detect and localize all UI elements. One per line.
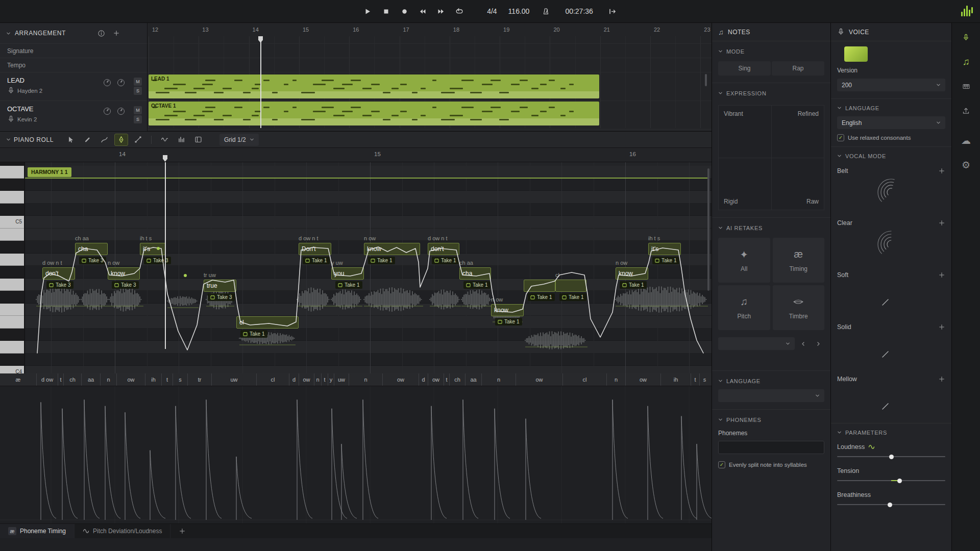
note-don-t[interactable]: Don't xyxy=(299,243,331,255)
note-know[interactable]: know xyxy=(108,267,140,280)
volume-knob[interactable] xyxy=(117,108,125,115)
clip-octave-1[interactable]: OCTAVE 1 xyxy=(149,102,599,126)
phoneme-cell[interactable]: tr xyxy=(187,373,211,386)
solid-knob[interactable] xyxy=(876,334,906,365)
piano-key[interactable] xyxy=(0,166,24,179)
follow-playhead-icon[interactable] xyxy=(607,6,618,16)
breathiness-slider[interactable] xyxy=(837,501,945,508)
mute-button[interactable]: M xyxy=(134,106,142,114)
phoneme-cell[interactable]: ch xyxy=(63,373,81,386)
fast-forward-button[interactable] xyxy=(436,6,446,16)
pan-knob[interactable] xyxy=(104,108,111,115)
piano-key[interactable] xyxy=(0,266,24,279)
scrollbar[interactable] xyxy=(705,74,707,86)
chevron-down-icon[interactable] xyxy=(718,91,723,95)
stop-button[interactable] xyxy=(381,6,391,16)
add-belt-button[interactable] xyxy=(938,167,945,174)
phoneme-cell[interactable]: s xyxy=(173,373,187,386)
retake-all-button[interactable]: ✦All xyxy=(718,238,770,283)
phoneme-cell[interactable]: uw xyxy=(211,373,256,386)
phoneme-cell[interactable]: d xyxy=(289,373,299,386)
note-you[interactable]: you xyxy=(331,267,364,280)
signature-row[interactable]: Signature xyxy=(0,43,147,58)
piano-key[interactable] xyxy=(0,316,24,329)
add-panel-tab-button[interactable] xyxy=(170,524,194,538)
piano-key[interactable] xyxy=(0,229,24,241)
piano-key[interactable]: C5 xyxy=(0,216,24,229)
phoneme-cell[interactable]: n xyxy=(349,373,382,386)
note-cha[interactable]: cha xyxy=(75,243,108,255)
piano-key[interactable] xyxy=(0,329,24,341)
phonemes-input[interactable] xyxy=(718,441,824,454)
tension-slider[interactable] xyxy=(837,477,945,484)
tempo-display[interactable]: 116.00 xyxy=(508,7,530,15)
note[interactable] xyxy=(555,280,586,292)
collapse-arrangement-icon[interactable] xyxy=(6,31,11,36)
relaxed-consonants-checkbox[interactable]: ✓ Use relaxed consonants xyxy=(837,134,945,141)
take-chip[interactable]: Take 3 xyxy=(46,281,74,289)
chevron-down-icon[interactable] xyxy=(718,49,723,54)
note[interactable] xyxy=(524,280,555,292)
phoneme-cell[interactable]: ow xyxy=(516,373,562,386)
retake-pitch-button[interactable]: ♫Pitch xyxy=(718,285,770,330)
previous-retake-button[interactable] xyxy=(797,338,810,350)
mute-button[interactable]: M xyxy=(134,78,142,86)
belt-knob[interactable] xyxy=(876,178,906,209)
chevron-down-icon[interactable] xyxy=(718,226,723,230)
phoneme-cell[interactable]: t xyxy=(444,373,449,386)
piano-key[interactable] xyxy=(0,341,24,354)
mode-sing-button[interactable]: Sing xyxy=(718,61,771,76)
track-octave[interactable]: OCTAVE Kevin 2 M S xyxy=(0,101,147,129)
phoneme-cell[interactable]: ow xyxy=(382,373,419,386)
track-lead[interactable]: LEAD Hayden 2 M S xyxy=(0,72,147,101)
retake-timbre-button[interactable]: Timbre xyxy=(773,285,825,330)
piano-roll-ruler[interactable]: 141516 xyxy=(0,148,712,162)
piano-key[interactable] xyxy=(0,354,24,366)
take-chip[interactable]: Take 1 xyxy=(463,281,491,289)
tool-pen-button[interactable] xyxy=(114,134,128,146)
note-know[interactable]: know xyxy=(616,267,648,280)
take-chip[interactable]: Take 1 xyxy=(528,293,555,301)
clip-tab-harmony[interactable]: HARMONY 1 1 xyxy=(28,167,71,177)
note-know[interactable]: know xyxy=(491,304,524,316)
tool-pencil-button[interactable] xyxy=(81,134,94,146)
note-don-t[interactable]: don't xyxy=(428,243,459,255)
add-solid-button[interactable] xyxy=(938,323,945,331)
grid-select[interactable]: Grid 1/2 xyxy=(219,134,259,146)
phoneme-cell[interactable]: n xyxy=(481,373,516,386)
take-chip[interactable]: Take 1 xyxy=(652,257,679,264)
rail-upload-button[interactable] xyxy=(960,105,972,117)
add-track-button[interactable] xyxy=(112,29,120,37)
clear-knob[interactable] xyxy=(876,230,906,261)
mellow-knob[interactable] xyxy=(876,386,906,417)
take-chip[interactable]: Take 3 xyxy=(208,293,235,301)
collapse-piano-roll-icon[interactable] xyxy=(6,137,11,142)
phoneme-cell[interactable]: d xyxy=(419,373,428,386)
phoneme-cell[interactable]: aa xyxy=(81,373,100,386)
piano-key[interactable] xyxy=(0,279,24,291)
rail-gear-button[interactable]: ⚙ xyxy=(960,159,972,171)
phoneme-cell[interactable]: n xyxy=(606,373,625,386)
note-true[interactable]: true xyxy=(204,280,236,292)
piano-key[interactable] xyxy=(0,191,24,204)
phoneme-cell[interactable]: cl xyxy=(256,373,289,386)
take-chip[interactable]: Take 3 xyxy=(112,281,139,289)
phoneme-cell[interactable]: n xyxy=(314,373,321,386)
take-chip[interactable]: Take 1 xyxy=(303,257,330,264)
phoneme-cell[interactable]: t xyxy=(161,373,173,386)
chevron-down-icon[interactable] xyxy=(837,106,842,110)
pan-knob[interactable] xyxy=(104,79,111,86)
evenly-split-checkbox[interactable]: ✓ Evenly split note into syllables xyxy=(718,461,824,468)
solo-button[interactable]: S xyxy=(134,115,142,123)
phoneme-cell[interactable]: ch xyxy=(449,373,465,386)
chevron-down-icon[interactable] xyxy=(837,154,842,158)
phoneme-strip[interactable]: æd owtchaanowihtstruwcldowntyuwnowdowtch… xyxy=(0,373,712,386)
phoneme-cell[interactable]: t xyxy=(321,373,328,386)
voice-avatar[interactable] xyxy=(844,46,868,62)
scrollbar[interactable] xyxy=(707,168,709,291)
tab-pitch-deviation-loudness[interactable]: Pitch Deviation/Loudness xyxy=(75,524,170,538)
loudness-slider[interactable] xyxy=(837,453,945,460)
chevron-down-icon[interactable] xyxy=(718,417,723,422)
phoneme-cell[interactable]: ih xyxy=(145,373,161,386)
voice-version-select[interactable]: 200 xyxy=(837,79,945,91)
